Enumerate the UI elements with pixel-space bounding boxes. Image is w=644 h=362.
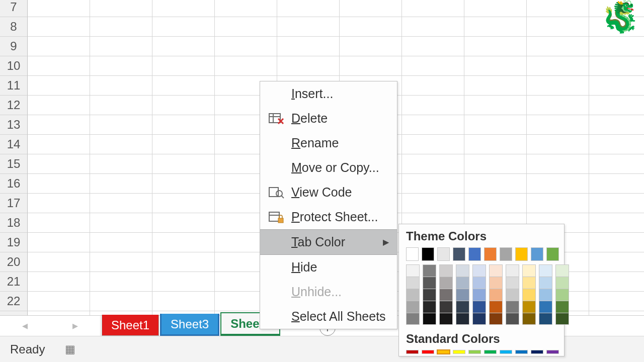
cell[interactable]	[152, 194, 215, 213]
cell[interactable]	[464, 96, 527, 115]
color-swatch[interactable]	[439, 301, 453, 313]
cell[interactable]	[28, 37, 90, 56]
cell[interactable]	[215, 17, 277, 37]
color-swatch[interactable]	[506, 289, 519, 301]
cell[interactable]	[90, 292, 152, 311]
cell[interactable]	[464, 135, 527, 154]
cell[interactable]	[402, 135, 464, 154]
color-swatch[interactable]	[439, 277, 453, 289]
cell[interactable]	[464, 0, 527, 17]
color-swatch[interactable]	[453, 350, 465, 354]
color-swatch[interactable]	[506, 301, 519, 313]
ctx-move-copy[interactable]: Move or Copy...	[260, 155, 397, 180]
color-swatch[interactable]	[423, 289, 436, 301]
cell[interactable]	[28, 154, 90, 174]
row-header[interactable]: 12	[0, 96, 28, 115]
ctx-protect-sheet[interactable]: Protect Sheet...	[260, 205, 397, 229]
color-swatch[interactable]	[484, 247, 497, 261]
cell[interactable]	[152, 135, 215, 154]
color-swatch[interactable]	[437, 247, 450, 261]
row-header[interactable]: 8	[0, 17, 28, 37]
color-swatch[interactable]	[423, 277, 436, 289]
color-swatch[interactable]	[555, 313, 569, 325]
color-swatch[interactable]	[437, 350, 450, 354]
color-swatch[interactable]	[539, 277, 552, 289]
color-swatch[interactable]	[456, 264, 469, 277]
cell[interactable]	[90, 213, 152, 233]
color-swatch[interactable]	[453, 247, 465, 261]
cell[interactable]	[589, 213, 644, 233]
cell[interactable]	[589, 115, 644, 135]
cell[interactable]	[589, 292, 644, 311]
color-swatch[interactable]	[506, 264, 519, 277]
color-swatch[interactable]	[456, 313, 469, 325]
cell[interactable]	[90, 154, 152, 174]
cell[interactable]	[90, 0, 152, 17]
cell[interactable]	[28, 272, 90, 292]
color-swatch[interactable]	[406, 247, 419, 261]
cell[interactable]	[402, 96, 464, 115]
color-swatch[interactable]	[472, 301, 486, 313]
ctx-tab-color[interactable]: Tab Color ▶	[260, 229, 397, 255]
cell[interactable]	[402, 154, 464, 174]
cell[interactable]	[589, 311, 644, 315]
cell[interactable]	[152, 76, 215, 96]
cell[interactable]	[277, 56, 340, 76]
color-swatch[interactable]	[555, 277, 569, 289]
cell[interactable]	[402, 0, 464, 17]
cell[interactable]	[152, 56, 215, 76]
row-header[interactable]: 15	[0, 154, 28, 174]
cell[interactable]	[152, 96, 215, 115]
row-header[interactable]: 7	[0, 0, 28, 17]
cell[interactable]	[527, 17, 589, 37]
cell[interactable]	[28, 135, 90, 154]
color-swatch[interactable]	[546, 247, 559, 261]
cell[interactable]	[152, 115, 215, 135]
color-swatch[interactable]	[500, 247, 512, 261]
cell[interactable]	[340, 56, 402, 76]
cell[interactable]	[589, 154, 644, 174]
cell[interactable]	[402, 56, 464, 76]
row-header[interactable]: 20	[0, 252, 28, 272]
color-swatch[interactable]	[484, 350, 497, 354]
row-header[interactable]: 11	[0, 76, 28, 96]
cell[interactable]	[90, 174, 152, 194]
color-swatch[interactable]	[515, 247, 528, 261]
cell[interactable]	[90, 56, 152, 76]
color-swatch[interactable]	[531, 247, 543, 261]
cell[interactable]	[464, 37, 527, 56]
color-swatch[interactable]	[472, 289, 486, 301]
color-swatch[interactable]	[423, 264, 436, 277]
sheet-tab-sheet3[interactable]: Sheet3	[160, 314, 219, 336]
color-swatch[interactable]	[406, 289, 420, 301]
color-swatch[interactable]	[539, 301, 552, 313]
cell[interactable]	[527, 76, 589, 96]
color-swatch[interactable]	[422, 350, 434, 354]
cell[interactable]	[527, 135, 589, 154]
cell[interactable]	[28, 96, 90, 115]
color-swatch[interactable]	[555, 301, 569, 313]
color-swatch[interactable]	[555, 264, 569, 277]
cell[interactable]	[589, 272, 644, 292]
cell[interactable]	[464, 154, 527, 174]
ctx-view-code[interactable]: View Code	[260, 180, 397, 205]
cell[interactable]	[527, 56, 589, 76]
color-swatch[interactable]	[531, 350, 543, 354]
cell[interactable]	[402, 194, 464, 213]
cell[interactable]	[340, 17, 402, 37]
cell[interactable]	[28, 194, 90, 213]
cell[interactable]	[28, 56, 90, 76]
cell[interactable]	[340, 37, 402, 56]
color-swatch[interactable]	[468, 247, 481, 261]
cell[interactable]	[28, 292, 90, 311]
cell[interactable]	[277, 37, 340, 56]
tab-scroll-right-icon[interactable]: ▸	[72, 319, 78, 332]
cell[interactable]	[28, 233, 90, 252]
color-swatch[interactable]	[406, 350, 419, 354]
cell[interactable]	[589, 76, 644, 96]
cell[interactable]	[152, 213, 215, 233]
color-swatch[interactable]	[522, 313, 536, 325]
color-swatch[interactable]	[472, 313, 486, 325]
tab-scroll-left-icon[interactable]: ◂	[22, 319, 28, 332]
ctx-rename[interactable]: Rename	[260, 131, 397, 155]
